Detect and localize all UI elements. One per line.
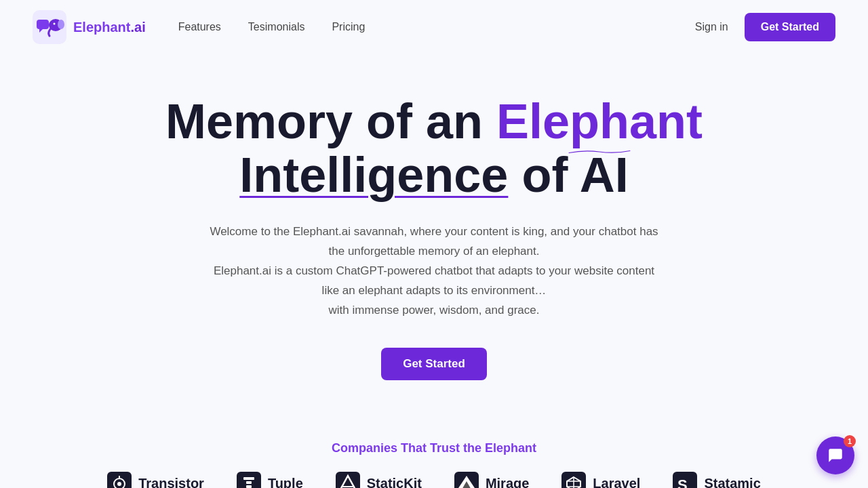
transistor-icon [107, 472, 132, 488]
hero-heading: Memory of an Elephant Intelligence of AI [14, 95, 854, 202]
svg-rect-1 [37, 20, 49, 29]
hero-heading-elephant: Elephant [496, 95, 703, 148]
statamic-label: Statamic [704, 476, 760, 488]
laravel-icon [561, 472, 586, 488]
nav-links: Features Tesimonials Pricing [178, 21, 366, 33]
nav-item-testimonials[interactable]: Tesimonials [248, 21, 305, 33]
companies-list: Transistor Tuple StaticKit [27, 472, 841, 488]
statickit-label: StaticKit [367, 476, 422, 488]
sign-in-link[interactable]: Sign in [695, 21, 728, 33]
nav-item-features[interactable]: Features [178, 21, 221, 33]
company-statamic: S Statamic [673, 472, 760, 488]
elephant-logo-icon [33, 10, 66, 44]
company-mirage: Mirage [454, 472, 529, 488]
nav-left: Elephant.ai Features Tesimonials Pricing [33, 10, 365, 44]
chat-bubble-button[interactable]: 1 [816, 436, 854, 474]
navbar: Elephant.ai Features Tesimonials Pricing… [0, 0, 868, 54]
get-started-hero-button[interactable]: Get Started [381, 348, 487, 380]
nav-right: Sign in Get Started [695, 13, 835, 41]
mirage-icon [454, 472, 479, 488]
hero-heading-intelligence: Intelligence [239, 148, 508, 202]
company-transistor: Transistor [107, 472, 204, 488]
hero-heading-of-ai: of AI [508, 148, 628, 202]
statickit-icon [336, 472, 360, 488]
hero-description: Welcome to the Elephant.ai savannah, whe… [203, 222, 665, 320]
company-laravel: Laravel [561, 472, 640, 488]
svg-point-11 [117, 482, 121, 486]
companies-title: Companies That Trust the Elephant [27, 441, 841, 455]
chat-badge: 1 [844, 435, 856, 447]
nav-item-pricing[interactable]: Pricing [332, 21, 365, 33]
logo[interactable]: Elephant.ai [33, 10, 146, 44]
company-statickit: StaticKit [336, 472, 422, 488]
laravel-label: Laravel [593, 476, 640, 488]
company-tuple: Tuple [237, 472, 303, 488]
svg-rect-15 [246, 485, 252, 488]
hero-heading-part1: Memory of an [165, 94, 496, 148]
svg-point-5 [54, 23, 56, 25]
companies-section: Companies That Trust the Elephant Transi… [0, 441, 868, 488]
mirage-label: Mirage [486, 476, 529, 488]
chat-icon [827, 447, 844, 464]
hero-section: Memory of an Elephant Intelligence of AI… [0, 54, 868, 407]
tuple-label: Tuple [268, 476, 303, 488]
svg-rect-13 [243, 477, 254, 480]
transistor-label: Transistor [138, 476, 204, 488]
tuple-icon [237, 472, 261, 488]
logo-text: Elephant.ai [73, 20, 146, 35]
statamic-icon: S [673, 472, 697, 488]
svg-rect-14 [246, 481, 252, 484]
svg-point-4 [58, 20, 64, 29]
svg-text:S: S [677, 476, 688, 488]
get-started-nav-button[interactable]: Get Started [745, 13, 835, 41]
